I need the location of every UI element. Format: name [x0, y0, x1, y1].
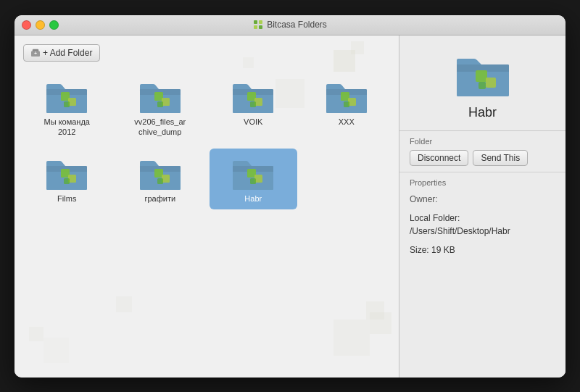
folder-icon — [45, 154, 88, 191]
svg-rect-3 — [259, 25, 262, 29]
maximize-button[interactable] — [49, 20, 59, 30]
svg-rect-1 — [259, 20, 262, 24]
toolbar: + + Add Folder — [23, 44, 390, 62]
svg-rect-11 — [64, 101, 70, 107]
detail-folder-section: Folder Disconnect Send This — [399, 131, 566, 172]
folder-label: VOIK — [244, 117, 262, 127]
folder-label: Habr — [244, 193, 262, 204]
folder-icon — [231, 154, 275, 191]
folder-item-folder-5[interactable]: Films — [23, 149, 111, 209]
svg-rect-0 — [254, 20, 257, 24]
svg-rect-26 — [344, 101, 349, 107]
minimize-button[interactable] — [36, 20, 45, 30]
titlebar: Bitcasa Folders — [14, 15, 566, 36]
local-folder-row: Local Folder: /Users/Shift/Desktop/Habr — [410, 212, 555, 238]
properties-label: Properties — [410, 178, 555, 187]
window-controls — [22, 20, 59, 30]
detail-header: Habr — [399, 36, 566, 131]
bitcasa-icon — [253, 20, 263, 30]
detail-folder-name: Habr — [468, 105, 497, 120]
properties-section: Properties Owner: Local Folder: /Users/S… — [399, 172, 566, 378]
folder-label: XXX — [339, 117, 355, 127]
svg-rect-2 — [254, 25, 257, 29]
svg-rect-46 — [478, 82, 486, 89]
svg-text:+: + — [34, 51, 37, 56]
folder-icon — [325, 78, 368, 114]
folder-item-folder-3[interactable]: VOIK — [210, 72, 297, 143]
left-pane: + + Add Folder Мы команда 2012 vv206_fil… — [14, 36, 399, 378]
svg-rect-41 — [250, 178, 256, 184]
window-body: + + Add Folder Мы команда 2012 vv206_fil… — [14, 36, 566, 378]
folder-icon — [138, 154, 182, 191]
folder-label: Films — [57, 193, 76, 204]
svg-rect-31 — [64, 178, 70, 184]
svg-rect-16 — [157, 101, 163, 107]
detail-folder-icon — [454, 50, 512, 98]
svg-rect-21 — [250, 101, 256, 107]
close-button[interactable] — [22, 20, 31, 30]
disconnect-button[interactable]: Disconnect — [410, 150, 468, 166]
svg-rect-45 — [486, 78, 496, 88]
folder-item-folder-2[interactable]: vv206_files_archive_dump — [117, 72, 204, 143]
add-icon: + — [31, 49, 40, 57]
folder-label: Мы команда 2012 — [41, 117, 93, 138]
folder-action-buttons: Disconnect Send This — [410, 150, 555, 166]
add-folder-button[interactable]: + + Add Folder — [23, 44, 100, 62]
main-window: Bitcasa Folders — [14, 15, 566, 378]
size-row: Size: 19 KB — [410, 243, 555, 257]
send-this-button[interactable]: Send This — [473, 150, 528, 166]
folder-icon — [45, 78, 88, 114]
folder-item-folder-7[interactable]: Habr — [210, 149, 297, 209]
svg-rect-44 — [476, 70, 487, 82]
folder-item-folder-1[interactable]: Мы команда 2012 — [23, 72, 111, 143]
folder-grid: Мы команда 2012 vv206_files_archive_dump… — [23, 72, 390, 210]
folder-label: vv206_files_archive_dump — [134, 117, 186, 138]
folder-item-folder-6[interactable]: графити — [117, 149, 204, 209]
svg-rect-36 — [157, 178, 163, 184]
folder-icon — [138, 78, 182, 114]
window-title: Bitcasa Folders — [253, 20, 327, 30]
folder-item-folder-4[interactable]: XXX — [303, 72, 391, 143]
owner-row: Owner: — [410, 193, 555, 206]
folder-icon — [231, 78, 275, 114]
right-pane: Habr Folder Disconnect Send This Propert… — [399, 36, 566, 378]
folder-label: графити — [144, 193, 175, 204]
folder-section-label: Folder — [410, 137, 555, 146]
